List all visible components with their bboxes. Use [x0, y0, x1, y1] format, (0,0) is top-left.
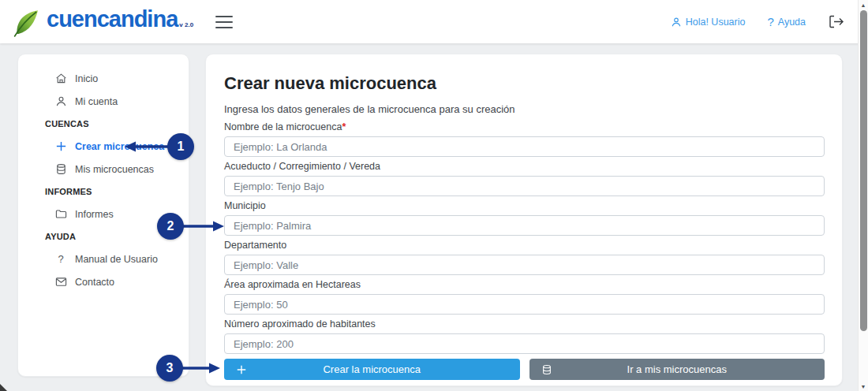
person-icon [54, 95, 67, 108]
help-link[interactable]: ? Ayuda [767, 15, 806, 28]
habitantes-input[interactable] [224, 333, 825, 354]
sidebar-item-crear-microcuenca[interactable]: Crear microcuenca [18, 135, 189, 158]
ir-mis-microcuencas-button[interactable]: Ir a mis microcuencas [529, 359, 825, 380]
annotation-step-3: 3 [156, 355, 183, 382]
question-icon: ? [767, 15, 773, 28]
sidebar-item-contacto[interactable]: Contacto [18, 270, 189, 293]
logout-button[interactable] [828, 15, 844, 28]
logout-icon [828, 15, 844, 28]
sidebar-section-informes: INFORMES [18, 181, 189, 203]
sidebar-item-manual-de-usuario[interactable]: ? Manual de Usuario [18, 248, 189, 270]
annotation-step-1: 1 [167, 133, 194, 160]
logo-wordmark: cuencandina [47, 2, 178, 35]
scroll-down-icon[interactable]: ▼ [859, 382, 868, 391]
button-label: Ir a mis microcuencas [627, 363, 727, 375]
app-header: cuencandina v 2.0 Hola! Usuario ? Ayuda [0, 0, 868, 43]
field-label-municipio: Municipio [224, 201, 825, 211]
button-label: Crear la microcuenca [323, 363, 421, 375]
leaf-logo-icon [10, 7, 43, 42]
envelope-icon [54, 276, 67, 289]
field-label-nombre: Nombre de la microcuenca* [224, 122, 825, 132]
help-label: Ayuda [778, 17, 806, 28]
question-icon: ? [54, 253, 67, 266]
home-icon [54, 73, 67, 85]
field-label-departamento: Departamento [224, 240, 825, 251]
field-label-habitantes: Número aproximado de habitantes [224, 319, 825, 330]
create-microcuenca-panel: Crear nueva microcuenca Ingresa los dato… [205, 54, 843, 386]
vertical-scrollbar[interactable]: ▲ ▼ [858, 0, 868, 391]
sidebar-item-mis-microcuencas[interactable]: Mis microcuencas [18, 158, 189, 181]
sidebar-label: Mis microcuencas [75, 164, 154, 175]
acueducto-input[interactable] [224, 176, 825, 196]
user-greeting-link[interactable]: Hola! Usuario [671, 17, 746, 28]
sidebar-label: Mi cuenta [75, 96, 118, 107]
sidebar-section-cuencas: CUENCAS [18, 113, 189, 135]
sidebar-label: Informes [75, 209, 114, 220]
user-icon [671, 17, 682, 28]
logo-version: v 2.0 [179, 21, 193, 28]
scrollbar-thumb[interactable] [860, 10, 867, 331]
nombre-microcuenca-input[interactable] [224, 136, 825, 157]
sidebar-label: Contacto [75, 277, 114, 288]
header-actions: Hola! Usuario ? Ayuda [671, 15, 844, 28]
scroll-up-icon[interactable]: ▲ [859, 0, 868, 9]
annotation-step-2: 2 [157, 213, 184, 240]
page-title: Crear nueva microcuenca [224, 75, 825, 92]
sidebar-label: Crear microcuenca [75, 141, 164, 152]
plus-icon [236, 364, 247, 375]
user-greeting-label: Hola! Usuario [686, 17, 746, 28]
departamento-input[interactable] [224, 255, 825, 275]
label-text: Nombre de la microcuenca [224, 121, 342, 132]
plus-icon [54, 140, 67, 153]
sidebar-label: Inicio [75, 73, 98, 84]
folder-icon [54, 208, 67, 221]
field-label-area: Área aproximada en Hectareas [224, 280, 825, 290]
sidebar-item-inicio[interactable]: Inicio [18, 67, 189, 90]
field-label-acueducto: Acueducto / Corregimiento / Vereda [224, 162, 825, 172]
app-logo[interactable]: cuencandina v 2.0 [10, 2, 193, 42]
corner-artifact [0, 384, 7, 391]
crear-microcuenca-button[interactable]: Crear la microcuenca [224, 359, 520, 380]
sidebar-label: Manual de Usuario [75, 254, 158, 265]
area-hectareas-input[interactable] [224, 294, 825, 315]
menu-toggle-icon[interactable] [215, 16, 233, 28]
database-icon [541, 364, 552, 375]
database-icon [54, 163, 67, 176]
required-asterisk: * [342, 121, 346, 132]
municipio-input[interactable] [224, 215, 825, 236]
sidebar-item-mi-cuenta[interactable]: Mi cuenta [18, 90, 189, 113]
page-subtitle: Ingresa los datos generales de la microc… [224, 103, 825, 115]
form-actions: Crear la microcuenca Ir a mis microcuenc… [224, 359, 825, 380]
